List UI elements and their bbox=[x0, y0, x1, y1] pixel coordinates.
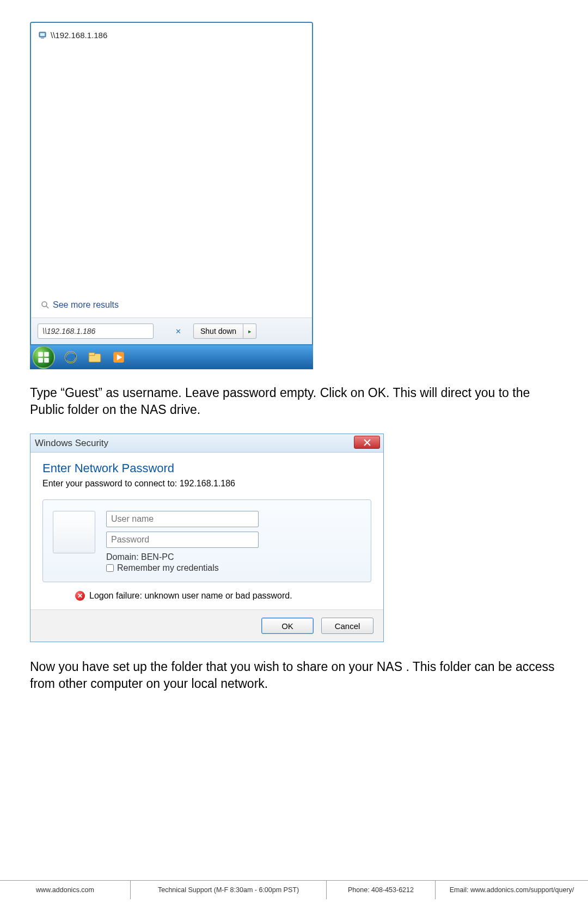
dialog-titlebar: Windows Security bbox=[30, 434, 383, 453]
search-result-label: \\192.168.1.186 bbox=[51, 30, 107, 40]
start-button[interactable] bbox=[32, 346, 55, 369]
footer-email: Email: www.addonics.com/support/query/ bbox=[436, 881, 588, 899]
ie-icon[interactable] bbox=[63, 349, 79, 365]
close-icon bbox=[364, 439, 371, 446]
username-field[interactable] bbox=[106, 511, 259, 527]
search-result-item[interactable]: \\192.168.1.186 bbox=[39, 29, 304, 41]
search-input[interactable] bbox=[38, 324, 154, 339]
explorer-icon[interactable] bbox=[87, 349, 103, 365]
wmp-icon[interactable] bbox=[111, 349, 127, 365]
cancel-button[interactable]: Cancel bbox=[321, 618, 373, 634]
see-more-results-link[interactable]: See more results bbox=[41, 300, 119, 310]
svg-rect-5 bbox=[38, 352, 43, 357]
svg-point-3 bbox=[42, 302, 47, 307]
shutdown-split-button: Shut down ▸ bbox=[193, 324, 256, 339]
svg-rect-13 bbox=[89, 352, 95, 355]
shutdown-options-arrow[interactable]: ▸ bbox=[243, 324, 256, 339]
dialog-subtext: Enter your password to connect to: 192.1… bbox=[42, 479, 371, 489]
password-field[interactable] bbox=[106, 532, 259, 548]
close-button[interactable] bbox=[354, 436, 380, 449]
svg-rect-1 bbox=[40, 33, 45, 36]
instruction-text-2: Now you have set up the folder that you … bbox=[30, 658, 558, 692]
start-menu-panel: \\192.168.1.186 See more results ✕ Shut … bbox=[30, 22, 313, 345]
windows-security-dialog: Windows Security Enter Network Password … bbox=[30, 434, 384, 642]
user-avatar-placeholder bbox=[53, 511, 95, 553]
dialog-body: Enter Network Password Enter your passwo… bbox=[30, 453, 383, 609]
error-row: ✕ Logon failure: unknown user name or ba… bbox=[75, 591, 371, 601]
start-menu-body: \\192.168.1.186 See more results bbox=[31, 23, 312, 318]
instruction-text-1: Type “Guest” as username. Leave password… bbox=[30, 385, 558, 418]
ok-button[interactable]: OK bbox=[261, 618, 314, 634]
dialog-footer: OK Cancel bbox=[30, 609, 383, 642]
domain-label: Domain: BEN-PC bbox=[106, 552, 361, 562]
svg-rect-7 bbox=[38, 358, 43, 363]
svg-rect-6 bbox=[44, 352, 49, 357]
see-more-label: See more results bbox=[53, 300, 119, 310]
footer-website: www.addonics.com bbox=[0, 881, 131, 899]
remember-credentials-row[interactable]: Remember my credentials bbox=[106, 563, 361, 573]
start-menu-screenshot: \\192.168.1.186 See more results ✕ Shut … bbox=[30, 22, 558, 369]
computer-icon bbox=[39, 31, 47, 40]
error-text: Logon failure: unknown user name or bad … bbox=[89, 591, 292, 601]
error-icon: ✕ bbox=[75, 591, 85, 601]
svg-rect-8 bbox=[44, 358, 49, 363]
footer-phone: Phone: 408-453-6212 bbox=[327, 881, 436, 899]
credentials-card: Domain: BEN-PC Remember my credentials bbox=[42, 499, 371, 582]
search-icon bbox=[41, 301, 50, 309]
dialog-title: Windows Security bbox=[35, 438, 108, 449]
svg-line-4 bbox=[46, 306, 48, 308]
taskbar bbox=[30, 345, 313, 369]
start-menu-search-bar: ✕ Shut down ▸ bbox=[31, 318, 312, 344]
clear-search-icon[interactable]: ✕ bbox=[175, 327, 181, 335]
svg-rect-2 bbox=[41, 38, 44, 39]
remember-checkbox[interactable] bbox=[106, 564, 114, 572]
shutdown-button[interactable]: Shut down bbox=[193, 324, 243, 339]
dialog-heading: Enter Network Password bbox=[42, 461, 371, 475]
footer-support-hours: Technical Support (M-F 8:30am - 6:00pm P… bbox=[131, 881, 327, 899]
remember-label: Remember my credentials bbox=[117, 563, 219, 573]
page-footer: www.addonics.com Technical Support (M-F … bbox=[0, 880, 588, 899]
